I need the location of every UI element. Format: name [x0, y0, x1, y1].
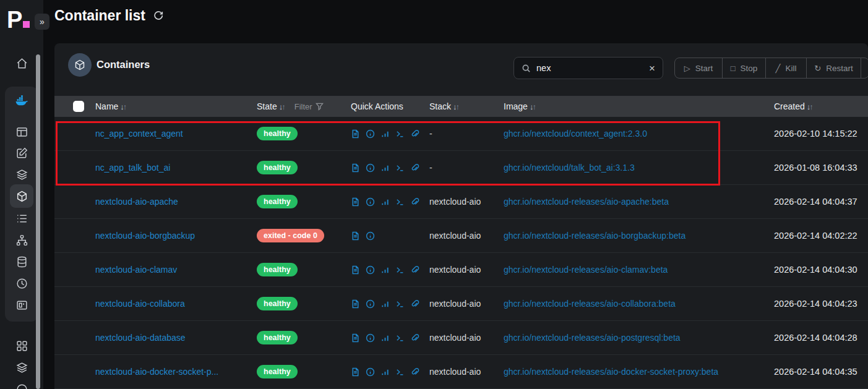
- stack-value: nextcloud-aio: [424, 299, 499, 309]
- console-icon[interactable]: [395, 197, 405, 207]
- container-name-link[interactable]: nextcloud-aio-database: [90, 333, 252, 343]
- container-actions-group: ▷Start □Stop ╱Kill ↻Restart: [674, 58, 868, 79]
- refresh-icon[interactable]: [153, 7, 164, 24]
- quick-actions: [346, 367, 424, 377]
- image-link[interactable]: ghcr.io/nextcloud-releases/aio-collabora…: [499, 299, 769, 309]
- attach-icon[interactable]: [410, 367, 419, 377]
- portainer-logo[interactable]: P: [7, 5, 30, 35]
- stop-button[interactable]: □Stop: [722, 58, 765, 78]
- sidebar-scrollbar[interactable]: [36, 54, 40, 389]
- image-link[interactable]: ghcr.io/nextcloud-releases/aio-borgbacku…: [499, 231, 769, 241]
- logs-icon[interactable]: [351, 197, 360, 207]
- inspect-icon[interactable]: [366, 265, 375, 275]
- logs-icon[interactable]: [351, 333, 360, 343]
- logs-icon[interactable]: [351, 367, 360, 377]
- logs-icon[interactable]: [351, 265, 360, 275]
- image-link[interactable]: ghcr.io/nextcloud/context_agent:2.3.0: [499, 129, 769, 139]
- container-name-link[interactable]: nextcloud-aio-docker-socket-p...: [90, 367, 252, 377]
- app-templates-icon[interactable]: [15, 146, 28, 160]
- sidebar-expand-button[interactable]: »: [35, 14, 49, 30]
- stats-icon[interactable]: [380, 197, 390, 207]
- kill-button[interactable]: ╱Kill: [765, 58, 806, 78]
- state-filter-button[interactable]: Filter: [294, 102, 324, 111]
- stats-icon[interactable]: [380, 163, 390, 173]
- search-input[interactable]: [536, 63, 643, 73]
- inspect-icon[interactable]: [366, 129, 375, 139]
- container-name-link[interactable]: nextcloud-aio-clamav: [90, 265, 252, 275]
- inspect-icon[interactable]: [366, 299, 375, 309]
- image-link[interactable]: ghcr.io/nextcloud-releases/aio-postgresq…: [499, 333, 769, 343]
- table-row: nextcloud-aio-borgbackup exited - code 0…: [54, 219, 868, 253]
- column-header-image[interactable]: Image ↓↑: [499, 101, 769, 111]
- attach-icon[interactable]: [410, 299, 419, 309]
- state-badge: healthy: [257, 161, 298, 174]
- inspect-icon[interactable]: [366, 163, 375, 173]
- docker-environment-icon[interactable]: [15, 94, 28, 108]
- state-badge: healthy: [257, 365, 298, 378]
- inspect-icon[interactable]: [366, 231, 375, 241]
- networks-icon[interactable]: [15, 233, 28, 247]
- events-icon[interactable]: [15, 276, 28, 290]
- stats-icon[interactable]: [380, 367, 390, 377]
- attach-icon[interactable]: [410, 333, 419, 343]
- stats-icon[interactable]: [380, 299, 390, 309]
- clipped-action-button[interactable]: [861, 58, 868, 78]
- logo-pink-dot: [23, 21, 30, 28]
- table-header: Name ↓↑ State ↓↑ Filter Quick Actions St…: [54, 96, 868, 117]
- created-value: 2026-02-14 04:04:23: [769, 299, 868, 309]
- created-value: 2026-01-08 16:04:33: [769, 163, 868, 173]
- container-name-link[interactable]: nextcloud-aio-collabora: [90, 299, 252, 309]
- stats-icon[interactable]: [380, 129, 390, 139]
- attach-icon[interactable]: [410, 129, 419, 139]
- container-name-link[interactable]: nc_app_talk_bot_ai: [90, 163, 252, 173]
- console-icon[interactable]: [395, 299, 405, 309]
- inspect-icon[interactable]: [366, 367, 375, 377]
- attach-icon[interactable]: [410, 265, 419, 275]
- column-header-state[interactable]: State ↓↑ Filter: [252, 101, 346, 111]
- restart-button[interactable]: ↻Restart: [806, 58, 861, 78]
- logs-icon[interactable]: [351, 163, 360, 173]
- attach-icon[interactable]: [410, 163, 419, 173]
- widget-header: Containers × ▷Start □Stop ╱Kill ↻Restart: [54, 43, 868, 96]
- logs-icon[interactable]: [351, 299, 360, 309]
- console-icon[interactable]: [395, 265, 405, 275]
- layers-icon[interactable]: [15, 361, 28, 374]
- inspect-icon[interactable]: [366, 197, 375, 207]
- start-button[interactable]: ▷Start: [675, 58, 722, 78]
- image-link[interactable]: ghcr.io/nextcloud-releases/aio-docker-so…: [499, 367, 769, 377]
- logs-icon[interactable]: [351, 231, 360, 241]
- dashboard-icon[interactable]: [15, 125, 28, 139]
- select-all-checkbox[interactable]: [73, 101, 84, 112]
- console-icon[interactable]: [395, 163, 405, 173]
- stacks-icon[interactable]: [15, 168, 28, 181]
- inspect-icon[interactable]: [366, 333, 375, 343]
- attach-icon[interactable]: [410, 197, 419, 207]
- image-link[interactable]: ghcr.io/nextcloud-releases/aio-clamav:be…: [499, 265, 769, 275]
- stats-icon[interactable]: [380, 333, 390, 343]
- stats-icon[interactable]: [380, 265, 390, 275]
- clock-partial-icon[interactable]: [15, 382, 28, 389]
- column-header-name[interactable]: Name ↓↑: [90, 101, 252, 111]
- app-grid-icon[interactable]: [15, 339, 28, 353]
- image-link[interactable]: ghcr.io/nextcloud/talk_bot_ai:3.1.3: [499, 163, 769, 173]
- console-icon[interactable]: [395, 333, 405, 343]
- host-icon[interactable]: [15, 298, 28, 312]
- images-icon[interactable]: [15, 212, 28, 225]
- container-name-link[interactable]: nextcloud-aio-apache: [90, 197, 252, 207]
- logs-icon[interactable]: [351, 129, 360, 139]
- column-header-stack[interactable]: Stack ↓↑: [424, 101, 499, 111]
- volumes-icon[interactable]: [15, 255, 28, 268]
- home-icon[interactable]: [15, 56, 28, 70]
- search-icon: [522, 64, 531, 73]
- console-icon[interactable]: [395, 367, 405, 377]
- column-header-created[interactable]: Created ↓↑: [769, 101, 868, 111]
- quick-actions: [346, 163, 424, 173]
- sidebar: P: [0, 0, 43, 389]
- image-link[interactable]: ghcr.io/nextcloud-releases/aio-apache:be…: [499, 197, 769, 207]
- search-clear-icon[interactable]: ×: [649, 63, 655, 74]
- containers-icon[interactable]: [10, 184, 33, 208]
- container-name-link[interactable]: nextcloud-aio-borgbackup: [90, 231, 252, 241]
- containers-cube-icon: [68, 53, 92, 77]
- console-icon[interactable]: [395, 129, 405, 139]
- container-name-link[interactable]: nc_app_context_agent: [90, 129, 252, 139]
